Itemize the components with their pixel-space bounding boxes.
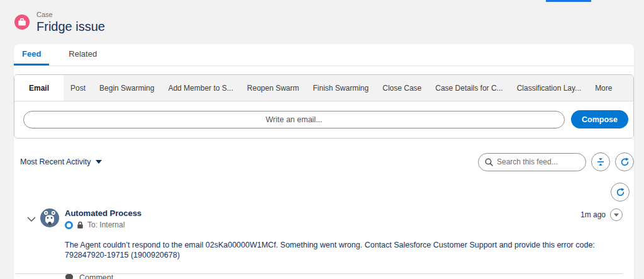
collapse-all-button[interactable] (591, 152, 610, 171)
refresh-feed-button[interactable] (615, 152, 634, 171)
sort-dropdown[interactable]: Most Recent Activity (20, 157, 102, 166)
publisher-tab-post[interactable]: Post (64, 75, 92, 101)
feed-item: Automated Process To: Internal 1m ago (14, 208, 634, 279)
feed-search-input[interactable] (497, 157, 579, 166)
feed-message: The Agent couldn’t respond to the email … (65, 241, 623, 260)
feed-item-menu-button[interactable] (610, 208, 623, 221)
publisher-tab-finish-swarming[interactable]: Finish Swarming (306, 75, 376, 101)
entity-label: Case (36, 11, 105, 18)
publisher-tab-label: Email (29, 84, 49, 93)
caret-down-icon (96, 160, 102, 164)
feed-search-box (478, 153, 586, 171)
comment-label: Comment (79, 273, 113, 279)
publisher-tab-label: Post (70, 84, 86, 93)
tab-feed-label: Feed (22, 49, 41, 59)
publisher-tab-label: More (595, 84, 612, 93)
refresh-icon (616, 188, 625, 197)
publisher-tab-more[interactable]: More (588, 75, 619, 101)
publisher-tab-classification[interactable]: Classification Lay... (510, 75, 589, 101)
publisher-tab-label: Add Member to S... (168, 84, 233, 93)
publisher-tabs: Email Post Begin Swarming Add Member to … (14, 75, 633, 101)
feed-author-link[interactable]: Automated Process (65, 208, 142, 218)
publisher: Email Post Begin Swarming Add Member to … (14, 74, 634, 139)
publisher-tab-add-member[interactable]: Add Member to S... (161, 75, 240, 101)
collapse-item-button[interactable] (26, 215, 36, 221)
page-title: Fridge issue (36, 20, 105, 33)
publisher-tab-label: Reopen Swarm (247, 84, 299, 93)
publisher-tab-label: Case Details for C... (435, 84, 502, 93)
main-card: Feed Related Email Post Begin Swarming A… (14, 44, 634, 279)
email-input[interactable] (23, 111, 565, 128)
page-header: Case Fridge issue (0, 0, 644, 44)
to-audience-label: To: Internal (87, 220, 125, 229)
secondary-refresh-row (14, 183, 634, 202)
publisher-tab-label: Close Case (382, 84, 421, 93)
feed-item-body: Automated Process To: Internal 1m ago (65, 208, 623, 279)
comment-icon (65, 273, 74, 279)
publisher-tab-case-details[interactable]: Case Details for C... (428, 75, 509, 101)
feed-divider (16, 273, 623, 274)
feed-timestamp[interactable]: 1m ago (580, 210, 606, 219)
tab-feed[interactable]: Feed (14, 44, 49, 65)
publisher-tab-close-case[interactable]: Close Case (375, 75, 428, 101)
compose-button[interactable]: Compose (571, 110, 628, 128)
publisher-tab-reopen-swarm[interactable]: Reopen Swarm (240, 75, 306, 101)
chevron-down-icon (27, 217, 36, 222)
feed-author-block: Automated Process To: Internal (65, 208, 142, 229)
feed-item-header-right: 1m ago (580, 208, 623, 221)
refresh-icon (620, 157, 630, 167)
feed-item-header: Automated Process To: Internal 1m ago (65, 208, 623, 229)
feed-controls-right (478, 152, 634, 171)
post-type-icon (65, 221, 73, 229)
refresh-feed-button-2[interactable] (611, 183, 630, 202)
tab-related[interactable]: Related (60, 44, 105, 65)
publisher-tab-label: Finish Swarming (313, 84, 369, 93)
lock-icon (77, 221, 84, 229)
tab-related-label: Related (69, 49, 97, 59)
publisher-tab-label: Classification Lay... (517, 84, 582, 93)
feed-controls-row: Most Recent Activity (14, 152, 634, 171)
search-icon (485, 158, 493, 166)
feed-meta-row: To: Internal (65, 220, 142, 229)
record-tabs: Feed Related (14, 44, 634, 66)
automated-process-avatar (40, 208, 59, 227)
sort-label: Most Recent Activity (20, 157, 91, 166)
publisher-tab-label: Begin Swarming (99, 84, 154, 93)
caret-down-icon (614, 214, 619, 217)
case-icon (14, 14, 30, 30)
comment-button[interactable]: Comment (65, 273, 113, 279)
publisher-tab-email[interactable]: Email (14, 75, 64, 101)
collapse-all-icon (596, 157, 605, 166)
publisher-tab-begin-swarming[interactable]: Begin Swarming (92, 75, 161, 101)
email-compose-row: Compose (14, 101, 633, 138)
title-block: Case Fridge issue (36, 11, 105, 33)
